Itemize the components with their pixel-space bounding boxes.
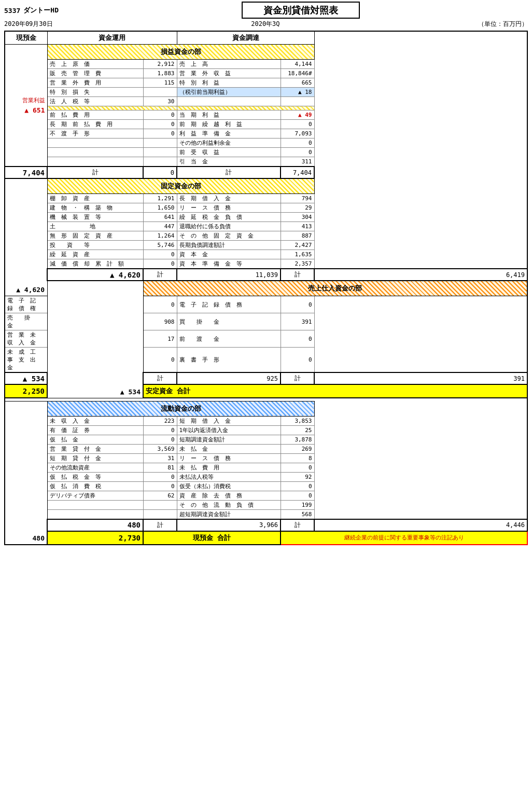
soneki-val-l8: 0 bbox=[143, 129, 177, 139]
uriage-val-r1: 0 bbox=[281, 296, 314, 313]
ryudo-item-r6: 未 払 費 用 bbox=[177, 463, 281, 472]
ryudo-val-l7: 0 bbox=[143, 472, 177, 481]
soneki-item-l11 bbox=[47, 157, 143, 167]
soneki-val-l5: 30 bbox=[143, 97, 177, 106]
kotei-val-l8: 0 bbox=[143, 259, 177, 269]
kotei-val-r7: 1,635 bbox=[281, 250, 314, 259]
soneki-item-l7: 長 期 前 払 費 用 bbox=[47, 120, 143, 129]
soneki-item-r8: 利 益 準 備 金 bbox=[177, 129, 281, 139]
soneki-val-l10 bbox=[143, 148, 177, 157]
ryudo-total-left-label: 計 bbox=[143, 519, 177, 531]
uriage-total-left-label: 計 bbox=[143, 372, 177, 384]
soneki-item-l5: 法 人 税 等 bbox=[47, 97, 143, 106]
kotei-item-r2: リ ー ス 債 務 bbox=[177, 203, 281, 213]
kotei-val-r1: 794 bbox=[281, 194, 314, 203]
kotei-val-r5: 887 bbox=[281, 231, 314, 241]
ryudo-val-r11: 568 bbox=[281, 509, 314, 519]
footer-total-label: 現預金 合計 bbox=[143, 531, 281, 545]
uriage-total-left-num: ▲ 534 bbox=[5, 372, 47, 384]
ryudo-val-l6: 81 bbox=[143, 463, 177, 472]
soneki-item-r2: 営 業 外 収 益 bbox=[177, 69, 281, 78]
report-date: 2020年09月30日 bbox=[4, 20, 53, 29]
soneki-val-r7: 0 bbox=[281, 120, 314, 129]
ryudo-item-r4: 未 払 金 bbox=[177, 444, 281, 453]
company-code: 5337 bbox=[4, 7, 20, 15]
ryudo-section-title: 流動資金の部 bbox=[49, 403, 313, 415]
kotei-item-l4: 土 地 bbox=[47, 222, 143, 231]
uriage-total-left-val: 925 bbox=[177, 372, 281, 384]
uriage-item-r2: 買 掛 金 bbox=[177, 313, 281, 330]
ryudo-val-l3: 0 bbox=[143, 435, 177, 444]
kotei-total-right-label: 計 bbox=[281, 269, 314, 281]
soneki-val-r1: 4,144 bbox=[281, 60, 314, 69]
soneki-item-l10 bbox=[47, 148, 143, 157]
ryudo-left-value: 480 bbox=[7, 534, 45, 542]
soneki-item-r9: その他の利益剰余金 bbox=[177, 139, 281, 148]
uriage-item-l2: 売 掛 金 bbox=[5, 313, 47, 330]
kotei-val-l6: 5,746 bbox=[143, 241, 177, 250]
ryudo-item-r2: 1年以内返済借入金 bbox=[177, 425, 281, 435]
ryudo-val-r10: 199 bbox=[281, 500, 314, 509]
kotei-item-l3: 機 械 装 置 等 bbox=[47, 213, 143, 222]
ryudo-val-l9: 62 bbox=[143, 491, 177, 500]
kotei-val-r8: 2,357 bbox=[281, 259, 314, 269]
soneki-val-r9: 0 bbox=[281, 139, 314, 148]
ryudo-total-left-val: 3,966 bbox=[177, 519, 281, 531]
ryudo-val-l11 bbox=[143, 509, 177, 519]
soneki-item-r4: （税引前当期利益） bbox=[177, 88, 281, 97]
col-header-genkin: 現預金 bbox=[5, 31, 47, 45]
ryudo-item-r8: 仮受（未払）消費税 bbox=[177, 481, 281, 491]
uriage-item-l1: 電 子 記 録 債 権 bbox=[5, 296, 47, 313]
uriage-item-l3: 営 業 未 収 入 金 bbox=[5, 330, 47, 348]
uriage-section-title: 売上仕入資金の部 bbox=[145, 282, 526, 295]
ryudo-val-l1: 223 bbox=[143, 416, 177, 425]
uriage-val-l1: 0 bbox=[143, 296, 177, 313]
soneki-left-label: 営業利益 bbox=[7, 96, 45, 104]
uriage-item-r1: 電 子 記 録 債 務 bbox=[177, 296, 281, 313]
soneki-val-l3: 115 bbox=[143, 78, 177, 88]
main-table: 現預金 資金運用 資金調達 営業利益 ▲ 651 損益資金の部 売 上 原 価 … bbox=[4, 31, 528, 545]
ryudo-total-left-num: 480 bbox=[47, 519, 143, 531]
soneki-item-l8: 不 渡 手 形 bbox=[47, 129, 143, 139]
kotei-item-r8: 資 本 準 備 金 等 bbox=[177, 259, 281, 269]
kotei-item-r4: 退職給付に係る負債 bbox=[177, 222, 281, 231]
anteishi-label: 安定資金 合計 bbox=[143, 384, 527, 398]
ryudo-item-l10 bbox=[47, 500, 143, 509]
ryudo-val-r7: 92 bbox=[281, 472, 314, 481]
ryudo-item-r9: 資 産 除 去 債 務 bbox=[177, 491, 281, 500]
soneki-item-r5 bbox=[177, 97, 281, 106]
anteishi-value: 2,250 bbox=[5, 384, 47, 398]
ryudo-val-r8: 0 bbox=[281, 481, 314, 491]
kotei-total-left-val: 11,039 bbox=[177, 269, 281, 281]
kotei-item-l1: 棚 卸 資 産 bbox=[47, 194, 143, 203]
kotei-left-value: ▲ 4,620 bbox=[7, 286, 45, 294]
kotei-total-left-num: ▲ 4,620 bbox=[47, 269, 143, 281]
soneki-item-l6: 前 払 費 用 bbox=[47, 110, 143, 120]
kotei-item-r1: 長 期 借 入 金 bbox=[177, 194, 281, 203]
ryudo-item-l5: 短 期 貸 付 金 bbox=[47, 453, 143, 463]
kotei-item-l7: 繰 延 資 産 bbox=[47, 250, 143, 259]
uriage-val-r2: 391 bbox=[281, 313, 314, 330]
ryudo-val-r3: 3,878 bbox=[281, 435, 314, 444]
ryudo-item-r10: そ の 他 流 動 負 債 bbox=[177, 500, 281, 509]
soneki-total-right-label: 計 bbox=[177, 167, 281, 178]
kotei-section-title: 固定資金の部 bbox=[49, 180, 313, 192]
kotei-item-r7: 資 本 金 bbox=[177, 250, 281, 259]
soneki-val-r10: 0 bbox=[281, 148, 314, 157]
soneki-val-l9 bbox=[143, 139, 177, 148]
soneki-val-l6: 0 bbox=[143, 110, 177, 120]
kotei-item-l8: 減 価 償 却 累 計 額 bbox=[47, 259, 143, 269]
soneki-val-l4 bbox=[143, 88, 177, 97]
ryudo-val-r9: 0 bbox=[281, 491, 314, 500]
kotei-val-l1: 1,291 bbox=[143, 194, 177, 203]
ryudo-item-l11 bbox=[47, 509, 143, 519]
ryudo-val-l10 bbox=[143, 500, 177, 509]
kotei-item-l5: 無 形 固 定 資 産 bbox=[47, 231, 143, 241]
ryudo-item-r3: 短期調達資金額計 bbox=[177, 435, 281, 444]
ryudo-val-l2: 0 bbox=[143, 425, 177, 435]
kotei-val-r2: 29 bbox=[281, 203, 314, 213]
ryudo-item-r5: リ ー ス 債 務 bbox=[177, 453, 281, 463]
soneki-item-r1: 売 上 高 bbox=[177, 60, 281, 69]
ryudo-val-r1: 3,853 bbox=[281, 416, 314, 425]
kotei-total-right-val: 6,419 bbox=[314, 269, 527, 281]
